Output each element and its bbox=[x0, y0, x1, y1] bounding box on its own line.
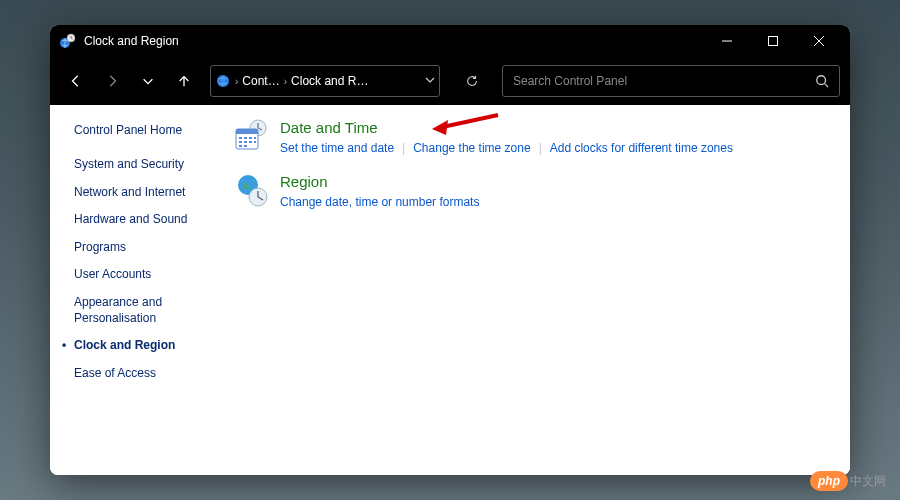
sidebar-item-network-internet[interactable]: Network and Internet bbox=[74, 185, 222, 201]
watermark-badge: php bbox=[810, 471, 848, 491]
breadcrumb-seg[interactable]: Clock and R… bbox=[291, 74, 368, 88]
category-region: Region Change date, time or number forma… bbox=[234, 173, 830, 209]
link-add-clocks[interactable]: Add clocks for different time zones bbox=[550, 141, 733, 155]
svg-rect-9 bbox=[239, 137, 242, 139]
content-area: Control Panel Home System and Security N… bbox=[50, 105, 850, 475]
sidebar-item-programs[interactable]: Programs bbox=[74, 240, 222, 256]
region-icon bbox=[234, 173, 268, 207]
sidebar-item-system-security[interactable]: System and Security bbox=[74, 157, 222, 173]
svg-rect-4 bbox=[221, 76, 225, 86]
watermark-text: 中文网 bbox=[850, 474, 886, 488]
category-title-date-time[interactable]: Date and Time bbox=[280, 119, 378, 136]
minimize-button[interactable] bbox=[704, 25, 750, 57]
link-set-time-date[interactable]: Set the time and date bbox=[280, 141, 394, 155]
window-title: Clock and Region bbox=[84, 34, 179, 48]
svg-rect-12 bbox=[254, 137, 256, 139]
titlebar: Clock and Region bbox=[50, 25, 850, 57]
sidebar-item-user-accounts[interactable]: User Accounts bbox=[74, 267, 222, 283]
clock-region-icon bbox=[60, 33, 76, 49]
svg-rect-17 bbox=[239, 145, 242, 147]
control-panel-home-link[interactable]: Control Panel Home bbox=[74, 123, 222, 137]
svg-rect-15 bbox=[249, 141, 252, 143]
search-box[interactable] bbox=[502, 65, 840, 97]
category-date-time: Date and Time Set the time and date | Ch… bbox=[234, 119, 830, 155]
control-panel-window: Clock and Region bbox=[50, 25, 850, 475]
svg-rect-2 bbox=[769, 37, 778, 46]
svg-point-5 bbox=[817, 76, 826, 85]
search-input[interactable] bbox=[513, 74, 815, 88]
svg-rect-11 bbox=[249, 137, 252, 139]
refresh-button[interactable] bbox=[452, 65, 492, 97]
sidebar-item-clock-region[interactable]: Clock and Region bbox=[74, 338, 222, 354]
svg-rect-14 bbox=[244, 141, 247, 143]
recent-locations-button[interactable] bbox=[132, 65, 164, 97]
sidebar: Control Panel Home System and Security N… bbox=[50, 105, 230, 475]
sidebar-item-appearance[interactable]: Appearance and Personalisation bbox=[74, 295, 222, 326]
close-button[interactable] bbox=[796, 25, 842, 57]
svg-rect-18 bbox=[244, 145, 247, 147]
watermark: php中文网 bbox=[810, 473, 886, 490]
maximize-button[interactable] bbox=[750, 25, 796, 57]
svg-rect-13 bbox=[239, 141, 242, 143]
link-change-formats[interactable]: Change date, time or number formats bbox=[280, 195, 479, 209]
up-button[interactable] bbox=[168, 65, 200, 97]
search-icon bbox=[815, 74, 829, 88]
chevron-right-icon: › bbox=[284, 76, 287, 87]
category-links: Set the time and date | Change the time … bbox=[280, 141, 830, 155]
address-dropdown-button[interactable] bbox=[425, 74, 435, 88]
forward-button[interactable] bbox=[96, 65, 128, 97]
svg-rect-8 bbox=[236, 129, 258, 134]
sidebar-item-hardware-sound[interactable]: Hardware and Sound bbox=[74, 212, 222, 228]
category-title-region[interactable]: Region bbox=[280, 173, 328, 190]
breadcrumb-seg[interactable]: Cont… bbox=[242, 74, 279, 88]
navbar: › Cont… › Clock and R… bbox=[50, 57, 850, 105]
svg-rect-10 bbox=[244, 137, 247, 139]
main-panel: Date and Time Set the time and date | Ch… bbox=[230, 105, 850, 475]
sidebar-item-ease-of-access[interactable]: Ease of Access bbox=[74, 366, 222, 382]
back-button[interactable] bbox=[60, 65, 92, 97]
category-links: Change date, time or number formats bbox=[280, 195, 830, 209]
control-panel-icon bbox=[215, 73, 231, 89]
link-change-time-zone[interactable]: Change the time zone bbox=[413, 141, 530, 155]
address-bar[interactable]: › Cont… › Clock and R… bbox=[210, 65, 440, 97]
date-time-icon bbox=[234, 119, 268, 153]
svg-rect-16 bbox=[254, 141, 256, 143]
chevron-right-icon: › bbox=[235, 76, 238, 87]
